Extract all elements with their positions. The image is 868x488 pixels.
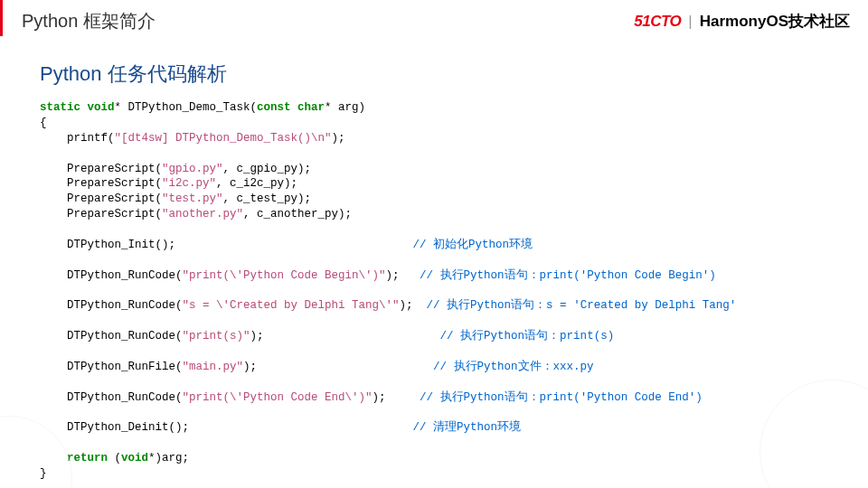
l10c: );	[243, 361, 257, 373]
l1c: );	[332, 132, 345, 145]
l9c: );	[250, 330, 264, 343]
l13c: (	[108, 452, 121, 465]
l7c: );	[386, 269, 400, 282]
l8d: // 执行Python语句：s = 'Created by Delphi Tan…	[427, 299, 737, 312]
code-block: static void* DTPython_Demo_Task(const ch…	[40, 100, 828, 482]
l4c: , c_test_py);	[223, 192, 312, 205]
l12a: DTPython_Deinit();	[40, 421, 189, 434]
section-title: Python 任务代码解析	[40, 61, 828, 88]
l5c: , c_another_py);	[243, 208, 352, 221]
kw-void-cast: void	[121, 452, 148, 465]
l2c: , c_gpio_py);	[223, 163, 312, 175]
brand-area: 51CTO | HarmonyOS技术社区	[634, 11, 850, 32]
l6a: DTPython_Init();	[40, 239, 175, 251]
pad9	[264, 330, 440, 343]
l7d: // 执行Python语句：print('Python Code Begin')	[420, 269, 716, 282]
sig-p2: * DTPython_Demo_Task(	[115, 101, 258, 114]
l9a: DTPython_RunCode(	[40, 330, 183, 343]
l10d: // 执行Python文件：xxx.py	[427, 361, 594, 373]
content: Python 任务代码解析 static void* DTPython_Demo…	[0, 44, 868, 482]
l5b: "another.py"	[162, 208, 243, 221]
l8a: DTPython_RunCode(	[40, 299, 183, 312]
sig-p4: * arg)	[325, 101, 365, 114]
page-title: Python 框架简介	[22, 11, 156, 31]
l11a: DTPython_RunCode(	[40, 391, 183, 404]
l7b: "print(\'Python Code Begin\')"	[183, 269, 386, 282]
pad11	[386, 391, 420, 404]
l4b: "test.py"	[162, 192, 223, 205]
brand-divider: |	[688, 13, 692, 31]
header: Python 框架简介 51CTO | HarmonyOS技术社区	[0, 0, 868, 44]
l12d: // 清理Python环境	[413, 421, 522, 434]
open-brace: {	[40, 117, 47, 129]
l1a: printf(	[40, 132, 115, 145]
l11c: );	[373, 391, 386, 404]
l10a: DTPython_RunFile(	[40, 361, 183, 373]
l6c: // 初始化Python环境	[413, 239, 533, 251]
brand-harmony: HarmonyOS技术社区	[700, 11, 850, 32]
l8b: "s = \'Created by Delphi Tang\'"	[183, 299, 400, 312]
l3a: PrepareScript(	[40, 177, 162, 190]
kw-const-char: const char	[257, 101, 325, 114]
l4a: PrepareScript(	[40, 192, 162, 205]
l5a: PrepareScript(	[40, 208, 162, 221]
l9b: "print(s)"	[183, 330, 250, 343]
breadcrumb-title: Python 框架简介	[18, 9, 156, 33]
l7a: DTPython_RunCode(	[40, 269, 183, 282]
l2a: PrepareScript(	[40, 163, 162, 175]
l9d: // 执行Python语句：print(s)	[440, 330, 615, 343]
pad6	[175, 239, 413, 251]
brand-51cto: 51CTO	[634, 13, 681, 31]
l8c: );	[400, 299, 413, 312]
l11d: // 执行Python语句：print('Python Code End')	[420, 391, 703, 404]
pad12	[189, 421, 413, 434]
pad7	[400, 269, 420, 282]
l10b: "main.py"	[183, 361, 244, 373]
red-accent-bar	[0, 0, 3, 36]
l2b: "gpio.py"	[162, 163, 223, 175]
pad8	[413, 299, 427, 312]
pad10	[257, 361, 427, 373]
l1b: "[dt4sw] DTPython_Demo_Task()\n"	[115, 132, 332, 145]
l13e: *)arg;	[148, 452, 189, 465]
l3b: "i2c.py"	[162, 177, 216, 190]
l3c: , c_i2c_py);	[216, 177, 297, 190]
kw-return: return	[67, 452, 108, 465]
l11b: "print(\'Python Code End\')"	[183, 391, 373, 404]
kw-static-void: static void	[40, 101, 115, 114]
